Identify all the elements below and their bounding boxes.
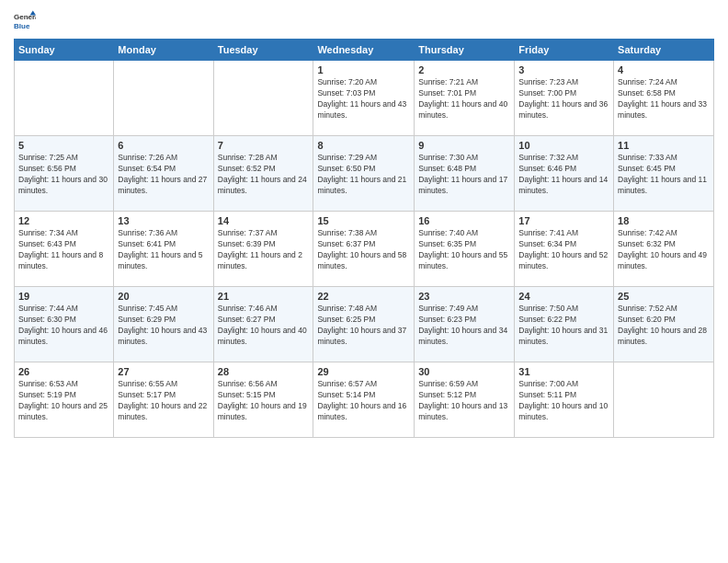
col-header-thursday: Thursday — [415, 40, 515, 61]
calendar-container: General Blue SundayMondayTuesdayWednesda… — [0, 0, 728, 563]
calendar-cell: 28Sunrise: 6:56 AMSunset: 5:15 PMDayligh… — [213, 362, 313, 438]
calendar-header-row: SundayMondayTuesdayWednesdayThursdayFrid… — [15, 40, 714, 61]
day-info: Sunrise: 7:42 AMSunset: 6:32 PMDaylight:… — [618, 228, 710, 272]
day-number: 25 — [618, 291, 710, 302]
calendar-cell: 17Sunrise: 7:41 AMSunset: 6:34 PMDayligh… — [515, 212, 614, 287]
day-number: 20 — [118, 291, 209, 302]
day-info: Sunrise: 7:28 AMSunset: 6:52 PMDaylight:… — [218, 153, 310, 197]
calendar-cell: 2Sunrise: 7:21 AMSunset: 7:01 PMDaylight… — [415, 61, 515, 136]
day-info: Sunrise: 7:29 AMSunset: 6:50 PMDaylight:… — [317, 153, 410, 197]
day-number: 19 — [18, 291, 109, 302]
day-info: Sunrise: 7:41 AMSunset: 6:34 PMDaylight:… — [518, 228, 609, 272]
day-info: Sunrise: 7:32 AMSunset: 6:46 PMDaylight:… — [518, 153, 609, 197]
calendar-cell: 8Sunrise: 7:29 AMSunset: 6:50 PMDaylight… — [313, 136, 415, 212]
day-info: Sunrise: 7:30 AMSunset: 6:48 PMDaylight:… — [418, 153, 510, 197]
day-info: Sunrise: 7:49 AMSunset: 6:23 PMDaylight:… — [418, 304, 510, 348]
day-info: Sunrise: 7:40 AMSunset: 6:35 PMDaylight:… — [418, 228, 510, 272]
day-number: 16 — [418, 215, 510, 226]
day-info: Sunrise: 7:44 AMSunset: 6:30 PMDaylight:… — [18, 304, 109, 348]
day-info: Sunrise: 7:48 AMSunset: 6:25 PMDaylight:… — [317, 304, 410, 348]
calendar-cell: 25Sunrise: 7:52 AMSunset: 6:20 PMDayligh… — [614, 287, 714, 362]
calendar-cell: 19Sunrise: 7:44 AMSunset: 6:30 PMDayligh… — [15, 287, 114, 362]
calendar-cell: 12Sunrise: 7:34 AMSunset: 6:43 PMDayligh… — [15, 212, 114, 287]
day-info: Sunrise: 7:21 AMSunset: 7:01 PMDaylight:… — [418, 77, 510, 121]
day-number: 13 — [118, 215, 209, 226]
calendar-cell: 13Sunrise: 7:36 AMSunset: 6:41 PMDayligh… — [114, 212, 213, 287]
day-number: 28 — [218, 366, 310, 377]
svg-text:Blue: Blue — [14, 22, 30, 30]
day-number: 18 — [618, 215, 710, 226]
day-number: 9 — [418, 140, 510, 151]
day-info: Sunrise: 7:38 AMSunset: 6:37 PMDaylight:… — [317, 228, 410, 272]
calendar-cell: 30Sunrise: 6:59 AMSunset: 5:12 PMDayligh… — [415, 362, 515, 438]
day-number: 6 — [118, 140, 209, 151]
calendar-cell: 20Sunrise: 7:45 AMSunset: 6:29 PMDayligh… — [114, 287, 213, 362]
day-number: 26 — [18, 366, 109, 377]
header: General Blue — [14, 9, 714, 31]
day-number: 3 — [518, 64, 609, 75]
day-number: 12 — [18, 215, 109, 226]
day-info: Sunrise: 7:23 AMSunset: 7:00 PMDaylight:… — [518, 77, 609, 121]
day-number: 5 — [18, 140, 109, 151]
logo: General Blue — [14, 9, 40, 31]
day-number: 30 — [418, 366, 510, 377]
calendar-cell: 23Sunrise: 7:49 AMSunset: 6:23 PMDayligh… — [415, 287, 515, 362]
calendar-week-3: 12Sunrise: 7:34 AMSunset: 6:43 PMDayligh… — [15, 212, 714, 287]
calendar-cell: 9Sunrise: 7:30 AMSunset: 6:48 PMDaylight… — [415, 136, 515, 212]
calendar-cell: 15Sunrise: 7:38 AMSunset: 6:37 PMDayligh… — [313, 212, 415, 287]
calendar-week-1: 1Sunrise: 7:20 AMSunset: 7:03 PMDaylight… — [15, 61, 714, 136]
calendar-cell: 21Sunrise: 7:46 AMSunset: 6:27 PMDayligh… — [213, 287, 313, 362]
col-header-tuesday: Tuesday — [213, 40, 313, 61]
calendar-cell: 14Sunrise: 7:37 AMSunset: 6:39 PMDayligh… — [213, 212, 313, 287]
calendar-cell: 18Sunrise: 7:42 AMSunset: 6:32 PMDayligh… — [614, 212, 714, 287]
calendar-cell: 24Sunrise: 7:50 AMSunset: 6:22 PMDayligh… — [515, 287, 614, 362]
calendar-week-4: 19Sunrise: 7:44 AMSunset: 6:30 PMDayligh… — [15, 287, 714, 362]
day-info: Sunrise: 7:00 AMSunset: 5:11 PMDaylight:… — [518, 379, 609, 423]
day-info: Sunrise: 6:53 AMSunset: 5:19 PMDaylight:… — [18, 379, 109, 423]
day-info: Sunrise: 7:52 AMSunset: 6:20 PMDaylight:… — [618, 304, 710, 348]
day-number: 11 — [618, 140, 710, 151]
day-info: Sunrise: 7:25 AMSunset: 6:56 PMDaylight:… — [18, 153, 109, 197]
day-number: 29 — [317, 366, 410, 377]
calendar-table: SundayMondayTuesdayWednesdayThursdayFrid… — [14, 39, 714, 438]
day-info: Sunrise: 7:50 AMSunset: 6:22 PMDaylight:… — [518, 304, 609, 348]
col-header-friday: Friday — [515, 40, 614, 61]
day-info: Sunrise: 7:20 AMSunset: 7:03 PMDaylight:… — [317, 77, 410, 121]
day-info: Sunrise: 7:37 AMSunset: 6:39 PMDaylight:… — [218, 228, 310, 272]
day-number: 21 — [218, 291, 310, 302]
calendar-cell: 16Sunrise: 7:40 AMSunset: 6:35 PMDayligh… — [415, 212, 515, 287]
day-number: 14 — [218, 215, 310, 226]
day-info: Sunrise: 7:46 AMSunset: 6:27 PMDaylight:… — [218, 304, 310, 348]
calendar-cell: 1Sunrise: 7:20 AMSunset: 7:03 PMDaylight… — [313, 61, 415, 136]
day-number: 1 — [317, 64, 410, 75]
col-header-sunday: Sunday — [15, 40, 114, 61]
day-number: 17 — [518, 215, 609, 226]
day-info: Sunrise: 6:57 AMSunset: 5:14 PMDaylight:… — [317, 379, 410, 423]
calendar-cell — [213, 61, 313, 136]
col-header-monday: Monday — [114, 40, 213, 61]
calendar-cell: 7Sunrise: 7:28 AMSunset: 6:52 PMDaylight… — [213, 136, 313, 212]
day-number: 27 — [118, 366, 209, 377]
calendar-cell: 11Sunrise: 7:33 AMSunset: 6:45 PMDayligh… — [614, 136, 714, 212]
day-number: 10 — [518, 140, 609, 151]
calendar-cell — [15, 61, 114, 136]
day-number: 15 — [317, 215, 410, 226]
day-info: Sunrise: 6:55 AMSunset: 5:17 PMDaylight:… — [118, 379, 209, 423]
calendar-cell — [114, 61, 213, 136]
day-info: Sunrise: 7:24 AMSunset: 6:58 PMDaylight:… — [618, 77, 710, 121]
calendar-week-5: 26Sunrise: 6:53 AMSunset: 5:19 PMDayligh… — [15, 362, 714, 438]
day-info: Sunrise: 7:26 AMSunset: 6:54 PMDaylight:… — [118, 153, 209, 197]
day-info: Sunrise: 7:45 AMSunset: 6:29 PMDaylight:… — [118, 304, 209, 348]
calendar-cell: 6Sunrise: 7:26 AMSunset: 6:54 PMDaylight… — [114, 136, 213, 212]
calendar-cell: 3Sunrise: 7:23 AMSunset: 7:00 PMDaylight… — [515, 61, 614, 136]
calendar-cell: 22Sunrise: 7:48 AMSunset: 6:25 PMDayligh… — [313, 287, 415, 362]
day-info: Sunrise: 7:36 AMSunset: 6:41 PMDaylight:… — [118, 228, 209, 272]
day-number: 23 — [418, 291, 510, 302]
day-number: 22 — [317, 291, 410, 302]
day-info: Sunrise: 6:59 AMSunset: 5:12 PMDaylight:… — [418, 379, 510, 423]
day-number: 24 — [518, 291, 609, 302]
calendar-cell: 26Sunrise: 6:53 AMSunset: 5:19 PMDayligh… — [15, 362, 114, 438]
day-info: Sunrise: 7:33 AMSunset: 6:45 PMDaylight:… — [618, 153, 710, 197]
day-info: Sunrise: 7:34 AMSunset: 6:43 PMDaylight:… — [18, 228, 109, 272]
day-number: 31 — [518, 366, 609, 377]
